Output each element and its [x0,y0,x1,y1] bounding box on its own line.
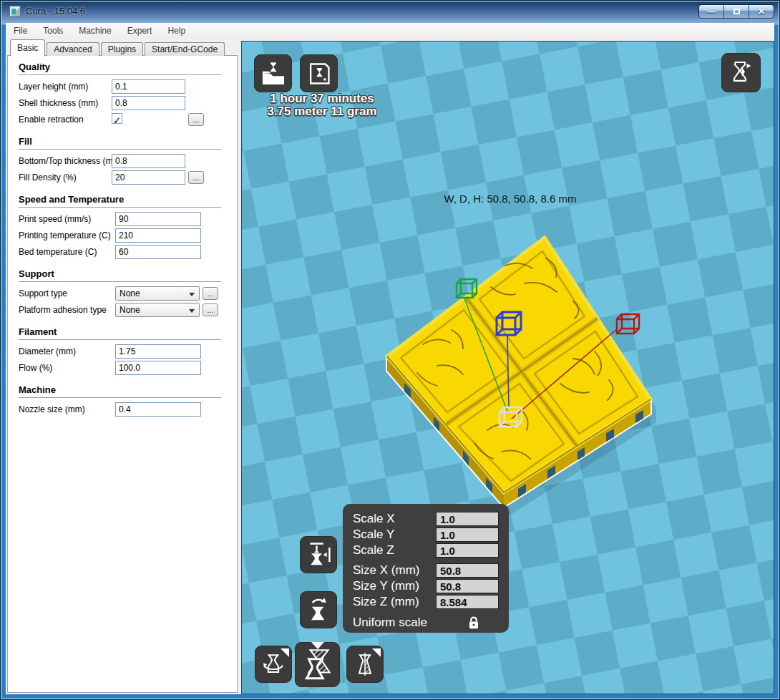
window-title: Cura - 15.04.6 [26,6,85,16]
titlebar[interactable]: Cura - 15.04.6 — ✕ [0,0,780,23]
setting-row: Printing temperature (C) [19,228,233,244]
size-x-label: Size X (mm) [353,563,420,577]
uniform-scale-label: Uniform scale [353,616,427,629]
save-toolpath-icon [306,60,333,87]
close-icon: ✕ [758,6,765,16]
menu-help[interactable]: Help [167,26,185,36]
cura-window: Cura - 15.04.6 — ✕ File Tools Machine Ex… [0,0,780,700]
setting-row: Flow (%) [19,360,233,376]
select-value: None [120,288,140,298]
viewport-3d[interactable]: 1 hour 37 minutes 3.75 meter 11 gram W, … [241,41,774,694]
check-icon: ✓ [113,115,121,126]
section-machine: Machine Nozzle size (mm) [19,384,237,418]
filament-diameter-input[interactable] [115,344,201,359]
printing-temperature-input[interactable] [115,228,201,243]
field-label: Enable retraction [19,115,84,125]
scale-row: Scale X [353,511,509,527]
section-support: Support Support type None ... Platform a… [19,268,237,319]
fill-density-more-button[interactable]: ... [188,171,204,184]
field-label: Flow (%) [19,363,52,373]
enable-retraction-checkbox[interactable]: ✓ [112,113,122,124]
load-model-icon [260,60,287,87]
tab-basic[interactable]: Basic [10,39,45,56]
bed-temperature-input[interactable] [115,245,201,259]
field-label: Bottom/Top thickness (mm) [19,156,122,166]
fill-density-input[interactable] [112,170,185,185]
minimize-button[interactable]: — [699,5,724,18]
tab-plugins[interactable]: Plugins [101,42,143,56]
filament-flow-input[interactable] [115,361,201,375]
lock-icon[interactable] [467,616,480,630]
scale-row: Size Y (mm) [353,578,509,594]
close-button[interactable]: ✕ [749,5,774,18]
scale-x-input[interactable] [436,512,499,526]
menu-tools[interactable]: Tools [43,26,63,36]
settings-panel: Quality Layer height (mm) Shell thicknes… [7,55,238,693]
field-label: Fill Density (%) [19,172,77,183]
view-mode-button[interactable] [721,53,761,92]
scale-tool-icon [300,647,336,683]
scale-z-label: Scale Z [353,543,394,557]
scale-settings-panel: Scale X Scale Y Scale Z Size X (mm) Size… [343,504,509,633]
field-label: Diameter (mm) [19,346,76,356]
maximize-button[interactable] [724,5,749,18]
client-area: File Tools Machine Expert Help Basic Adv… [6,23,774,694]
print-speed-input[interactable] [115,212,201,226]
save-toolpath-button[interactable] [300,54,338,92]
menu-expert[interactable]: Expert [127,26,152,36]
mirror-tool-button[interactable] [346,646,384,683]
platform-adhesion-select[interactable]: None [115,303,200,317]
field-label: Printing temperature (C) [19,230,111,240]
field-label: Print speed (mm/s) [19,214,91,224]
setting-row: Fill Density (%) ... [19,170,233,186]
tool-corner-badge [372,648,381,657]
support-type-more-button[interactable]: ... [203,287,218,300]
menu-machine[interactable]: Machine [79,26,111,36]
scale-z-input[interactable] [436,543,499,558]
print-time-text: 1 hour 37 minutes [246,92,398,105]
scale-y-input[interactable] [436,528,499,542]
field-label: Support type [19,288,67,298]
rotate-tool-button[interactable] [255,646,292,683]
size-z-label: Size Z (mm) [353,595,419,608]
scale-to-max-icon [304,540,333,569]
view-mode-icon [727,59,756,87]
tab-start-end-gcode[interactable]: Start/End-GCode [145,42,225,56]
setting-row: Nozzle size (mm) [19,402,233,418]
reset-scale-button[interactable] [300,591,337,628]
menu-file[interactable]: File [14,26,27,36]
setting-row: Enable retraction ✓ ... [19,112,233,128]
field-label: Shell thickness (mm) [19,98,98,108]
layer-height-input[interactable] [112,79,185,94]
tool-corner-badge [281,648,289,657]
menubar: File Tools Machine Expert Help [6,23,774,39]
section-title: Filament [19,326,221,340]
nozzle-size-input[interactable] [115,402,201,417]
support-type-select[interactable]: None [115,286,200,301]
size-z-input[interactable] [436,595,499,609]
section-title: Quality [19,62,221,75]
size-y-input[interactable] [436,579,499,593]
scale-y-label: Scale Y [353,528,394,541]
section-filament: Filament Diameter (mm) Flow (%) [19,326,237,376]
retraction-more-button[interactable]: ... [188,113,204,126]
bottom-top-thickness-input[interactable] [112,154,185,168]
platform-adhesion-more-button[interactable]: ... [203,303,218,316]
scale-row: Size X (mm) [353,563,509,578]
scale-x-label: Scale X [353,512,395,525]
app-icon [9,6,21,17]
scale-row: Size Z (mm) [353,594,509,610]
section-speed-temperature: Speed and Temperature Print speed (mm/s)… [19,194,237,261]
section-title: Fill [19,136,221,150]
size-x-input[interactable] [436,563,499,578]
load-model-button[interactable] [254,54,292,92]
setting-row: Shell thickness (mm) [19,95,233,112]
scale-tool-button[interactable] [295,642,340,687]
model-3d[interactable] [359,215,681,516]
tab-advanced[interactable]: Advanced [47,42,99,56]
scale-to-max-button[interactable] [300,536,337,573]
size-y-label: Size Y (mm) [353,579,419,593]
scale-handle-x-red[interactable] [617,314,639,334]
maximize-icon [733,9,740,14]
shell-thickness-input[interactable] [112,96,185,110]
